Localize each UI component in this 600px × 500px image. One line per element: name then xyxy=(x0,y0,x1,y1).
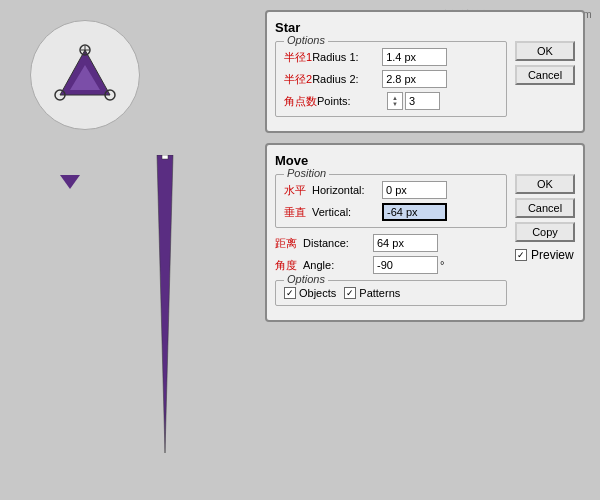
radius1-chinese-label: 半径1 xyxy=(284,50,312,65)
star-dialog-buttons: OK Cancel xyxy=(515,41,575,85)
patterns-label: Patterns xyxy=(359,287,400,299)
distance-input[interactable] xyxy=(373,234,438,252)
position-label: Position xyxy=(284,167,329,179)
dialogs-area: Star Options 半径1 Radius 1: 半径2 Radius 2: xyxy=(265,10,585,332)
radius1-input[interactable] xyxy=(382,48,447,66)
svg-marker-7 xyxy=(157,155,173,453)
spinner-down-icon[interactable]: ▼ xyxy=(392,101,398,107)
radius2-label: Radius 2: xyxy=(312,73,382,85)
move-dialog-buttons: OK Cancel Copy ✓ Preview xyxy=(515,174,575,262)
preview-label: Preview xyxy=(531,248,574,262)
move-ok-button[interactable]: OK xyxy=(515,174,575,194)
move-options-section: Options ✓ Objects ✓ Patterns xyxy=(275,280,507,306)
needle-shape xyxy=(155,155,175,455)
points-spinner-wrap: ▲ ▼ xyxy=(387,92,440,110)
angle-label: Angle: xyxy=(303,259,373,271)
star-options-section: Options 半径1 Radius 1: 半径2 Radius 2: xyxy=(275,41,507,117)
distance-row: 距离 Distance: xyxy=(275,234,507,252)
needle-svg xyxy=(155,155,175,455)
radius2-chinese-label: 半径2 xyxy=(284,72,312,87)
points-label: Points: xyxy=(317,95,387,107)
options-checkboxes: ✓ Objects ✓ Patterns xyxy=(284,287,498,299)
vertical-input[interactable] xyxy=(382,203,447,221)
angle-input[interactable] xyxy=(373,256,438,274)
position-section: Position 水平 Horizontal: 垂直 Vertical: xyxy=(275,174,507,228)
points-chinese-label: 角点数 xyxy=(284,94,317,109)
objects-checkbox-label[interactable]: ✓ Objects xyxy=(284,287,336,299)
preview-checkbox[interactable]: ✓ xyxy=(515,249,527,261)
radius1-row: 半径1 Radius 1: xyxy=(284,48,498,66)
degree-symbol: ° xyxy=(440,259,444,271)
objects-label: Objects xyxy=(299,287,336,299)
distance-chinese-label: 距离 xyxy=(275,236,303,251)
move-dialog-title: Move xyxy=(275,153,575,168)
angle-row: 角度 Angle: ° xyxy=(275,256,507,274)
move-options-label: Options xyxy=(284,273,328,285)
horizontal-row: 水平 Horizontal: xyxy=(284,181,498,199)
star-dialog-title: Star xyxy=(275,20,575,35)
preview-row: ✓ Preview xyxy=(515,248,575,262)
small-triangle-indicator xyxy=(60,175,80,189)
star-dialog: Star Options 半径1 Radius 1: 半径2 Radius 2: xyxy=(265,10,585,133)
vertical-label: Vertical: xyxy=(312,206,382,218)
points-row: 角点数 Points: ▲ ▼ xyxy=(284,92,498,110)
points-spinner[interactable]: ▲ ▼ xyxy=(387,92,403,110)
vertical-row: 垂直 Vertical: xyxy=(284,203,498,221)
patterns-checkbox[interactable]: ✓ xyxy=(344,287,356,299)
angle-chinese-label: 角度 xyxy=(275,258,303,273)
points-input[interactable] xyxy=(405,92,440,110)
star-preview-circle xyxy=(30,20,140,130)
radius2-row: 半径2 Radius 2: xyxy=(284,70,498,88)
star-options-label: Options xyxy=(284,34,328,46)
vertical-chinese-label: 垂直 xyxy=(284,205,312,220)
move-copy-button[interactable]: Copy xyxy=(515,222,575,242)
star-shape-svg xyxy=(45,35,125,115)
canvas-area xyxy=(0,0,260,500)
distance-label: Distance: xyxy=(303,237,373,249)
radius1-label: Radius 1: xyxy=(312,51,382,63)
star-ok-button[interactable]: OK xyxy=(515,41,575,61)
svg-rect-8 xyxy=(162,155,168,159)
star-cancel-button[interactable]: Cancel xyxy=(515,65,575,85)
patterns-checkbox-label[interactable]: ✓ Patterns xyxy=(344,287,400,299)
objects-checkbox[interactable]: ✓ xyxy=(284,287,296,299)
move-dialog: Move Position 水平 Horizontal: 垂直 Vertical… xyxy=(265,143,585,322)
radius2-input[interactable] xyxy=(382,70,447,88)
horizontal-label: Horizontal: xyxy=(312,184,382,196)
move-cancel-button[interactable]: Cancel xyxy=(515,198,575,218)
horizontal-chinese-label: 水平 xyxy=(284,183,312,198)
horizontal-input[interactable] xyxy=(382,181,447,199)
star-dialog-content: Options 半径1 Radius 1: 半径2 Radius 2: xyxy=(275,41,575,123)
move-dialog-content: Position 水平 Horizontal: 垂直 Vertical: xyxy=(275,174,575,312)
